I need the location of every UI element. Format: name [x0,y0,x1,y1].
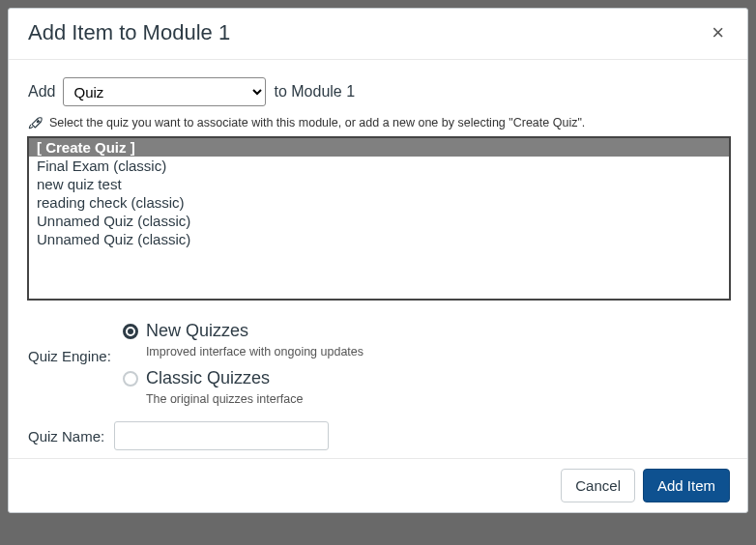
quiz-option[interactable]: Unnamed Quiz (classic) [29,212,729,230]
quiz-option[interactable]: Unnamed Quiz (classic) [29,230,729,248]
radio-label: New Quizzes [146,321,248,341]
quiz-name-row: Quiz Name: [28,421,730,450]
quiz-option[interactable]: reading check (classic) [29,193,729,212]
modal-header: Add Item to Module 1 × [9,9,747,60]
add-suffix-label: to Module 1 [274,83,355,100]
add-item-button[interactable]: Add Item [643,469,730,502]
radio-description: Improved interface with ongoing updates [146,345,363,359]
quiz-option[interactable]: new quiz test [29,175,729,193]
modal-footer: Cancel Add Item [9,458,747,512]
quiz-engine-label: Quiz Engine: [28,321,111,364]
hint-text: Select the quiz you want to associate wi… [49,116,585,129]
modal-title: Add Item to Module 1 [28,20,230,45]
hint-row: Select the quiz you want to associate wi… [28,116,730,131]
radio-label: Classic Quizzes [146,368,270,388]
quiz-engine-option[interactable]: Classic Quizzes [123,368,363,388]
add-prefix-label: Add [28,83,55,100]
rocket-icon [28,116,44,131]
add-type-row: Add Quiz to Module 1 [28,77,730,106]
cancel-button[interactable]: Cancel [561,469,635,502]
quiz-engine-block: Quiz Engine: New QuizzesImproved interfa… [28,321,730,412]
quiz-name-input[interactable] [114,421,329,450]
quiz-option[interactable]: Final Exam (classic) [29,157,729,175]
radio-description: The original quizzes interface [146,392,363,406]
quiz-engine-option[interactable]: New Quizzes [123,321,363,341]
modal-body: Add Quiz to Module 1 Select the quiz you… [9,60,747,458]
add-item-modal: Add Item to Module 1 × Add Quiz to Modul… [8,8,748,513]
quiz-name-label: Quiz Name: [28,428,104,445]
radio-icon[interactable] [123,324,138,339]
item-type-select[interactable]: Quiz [63,77,266,106]
radio-icon[interactable] [123,371,138,387]
svg-point-0 [37,121,39,123]
quiz-option[interactable]: [ Create Quiz ] [29,138,729,157]
close-icon[interactable]: × [708,22,728,43]
quiz-listbox[interactable]: [ Create Quiz ]Final Exam (classic)new q… [28,137,730,300]
